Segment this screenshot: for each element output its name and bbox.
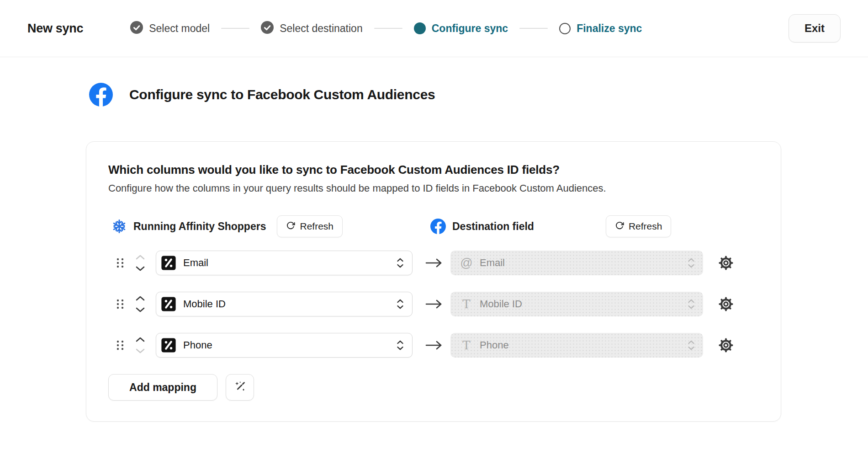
source-column-select[interactable]: Mobile ID — [156, 292, 413, 316]
refresh-icon — [615, 221, 624, 232]
source-column-value: Phone — [183, 339, 397, 351]
facebook-icon — [89, 83, 113, 107]
mapping-row-phone: Phone T Phone — [116, 333, 759, 358]
select-caret-icon — [397, 299, 404, 309]
wizard-stepper: Select model Select destination Configur… — [130, 21, 642, 36]
source-column-header: Running Affinity Shoppers Refresh — [108, 215, 430, 237]
refresh-label: Refresh — [629, 221, 662, 232]
destination-field-value: Email — [480, 257, 688, 269]
reorder-controls — [135, 255, 146, 271]
filled-dot-icon — [414, 22, 426, 34]
move-up-button — [135, 255, 145, 260]
column-type-icon — [161, 337, 183, 353]
stepper-separator — [519, 28, 548, 29]
mapping-row-email: Email @ Email — [116, 251, 759, 275]
configure-sync-heading: Configure sync to Facebook Custom Audien… — [129, 87, 435, 102]
exit-button[interactable]: Exit — [789, 14, 841, 43]
step-label: Finalize sync — [577, 22, 642, 35]
move-down-button — [135, 348, 145, 353]
mapping-card: Which columns would you like to sync to … — [86, 141, 781, 422]
check-circle-icon — [261, 21, 274, 36]
source-model-name: Running Affinity Shoppers — [133, 220, 266, 233]
select-caret-icon — [688, 340, 695, 350]
column-type-icon — [161, 296, 183, 312]
check-circle-icon — [130, 21, 143, 36]
mapping-actions: Add mapping — [108, 374, 759, 401]
suggest-mappings-button[interactable] — [226, 374, 254, 401]
move-down-button[interactable] — [135, 266, 145, 271]
select-caret-icon — [397, 340, 404, 350]
move-up-button[interactable] — [135, 337, 145, 342]
destination-field-value: Mobile ID — [480, 298, 688, 310]
column-headers: Running Affinity Shoppers Refresh — [108, 215, 759, 237]
destination-field-label: Destination field — [452, 220, 534, 233]
destination-column-header: Destination field Refresh — [430, 215, 671, 237]
wizard-header: New sync Select model Select destination… — [0, 0, 868, 57]
facebook-icon — [430, 219, 446, 234]
step-select-model[interactable]: Select model — [130, 21, 210, 36]
column-type-icon — [161, 255, 183, 271]
mapping-row-mobile-id: Mobile ID T Mobile ID — [116, 292, 759, 316]
arrow-right-icon — [425, 299, 443, 309]
source-column-select[interactable]: Phone — [156, 333, 413, 358]
main-content: Configure sync to Facebook Custom Audien… — [0, 83, 868, 422]
reorder-controls — [135, 337, 146, 353]
add-mapping-button[interactable]: Add mapping — [108, 374, 217, 401]
magic-wand-icon — [233, 380, 247, 395]
move-down-button[interactable] — [135, 307, 145, 312]
settings-gear-button[interactable] — [719, 297, 733, 311]
text-type-icon: T — [459, 297, 474, 311]
card-title: Which columns would you like to sync to … — [108, 163, 759, 177]
select-caret-icon — [397, 258, 404, 268]
snowflake-icon — [111, 219, 127, 234]
drag-handle-icon[interactable] — [116, 257, 124, 268]
drag-handle-icon[interactable] — [116, 340, 124, 351]
refresh-label: Refresh — [300, 221, 333, 232]
page-title: New sync — [27, 21, 83, 36]
page-heading: Configure sync to Facebook Custom Audien… — [0, 83, 868, 107]
stepper-separator — [374, 28, 402, 29]
destination-field-select: T Mobile ID — [450, 292, 703, 316]
source-column-value: Email — [183, 257, 397, 269]
select-caret-icon — [688, 299, 695, 309]
step-label: Select destination — [280, 22, 363, 35]
destination-field-select: T Phone — [450, 333, 703, 358]
destination-field-value: Phone — [480, 339, 688, 351]
step-select-destination[interactable]: Select destination — [261, 21, 363, 36]
step-finalize-sync[interactable]: Finalize sync — [559, 22, 642, 35]
card-subtitle: Configure how the columns in your query … — [108, 182, 759, 194]
step-label: Select model — [149, 22, 210, 35]
refresh-icon — [286, 221, 295, 232]
source-column-value: Mobile ID — [183, 298, 397, 310]
stepper-separator — [221, 28, 249, 29]
step-label: Configure sync — [432, 22, 508, 35]
destination-field-select: @ Email — [450, 251, 703, 275]
arrow-right-icon — [425, 258, 443, 268]
move-up-button[interactable] — [135, 296, 145, 301]
text-type-icon: T — [459, 338, 474, 352]
at-icon: @ — [459, 256, 474, 270]
empty-circle-icon — [559, 23, 571, 34]
select-caret-icon — [688, 258, 695, 268]
mapping-rows: Email @ Email — [108, 251, 759, 358]
step-configure-sync[interactable]: Configure sync — [414, 22, 508, 35]
drag-handle-icon[interactable] — [116, 299, 124, 310]
refresh-destination-button[interactable]: Refresh — [606, 215, 672, 237]
settings-gear-button[interactable] — [719, 338, 733, 353]
arrow-right-icon — [425, 340, 443, 350]
refresh-source-button[interactable]: Refresh — [277, 215, 343, 237]
reorder-controls — [135, 296, 146, 312]
source-column-select[interactable]: Email — [156, 251, 413, 275]
settings-gear-button[interactable] — [719, 256, 733, 270]
